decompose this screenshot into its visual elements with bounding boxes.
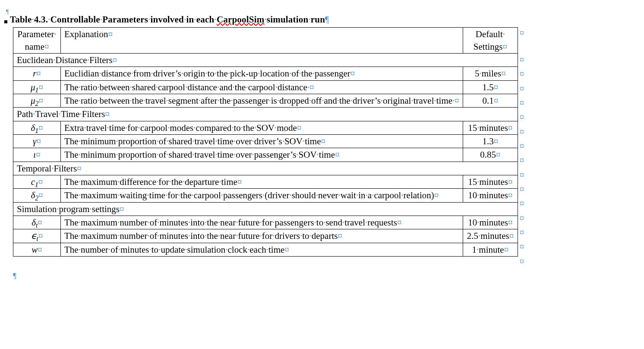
param-explanation: The·maximum·number·of·minutes·into·the·n…	[60, 229, 463, 243]
table-row: γ¤The·minimum·proportion·of·shared·trave…	[13, 135, 518, 148]
row-end-mark: ¤	[518, 227, 524, 241]
table-caption-row: Table·4.3.·Controllable·Parameters·invol…	[4, 14, 631, 25]
row-end-mark: ¤	[518, 213, 524, 227]
param-symbol: r¤	[13, 67, 61, 80]
section-header-row: Simulation·program·settings¤	[13, 202, 518, 216]
param-explanation: The·number·of·minutes·to·update·simulati…	[60, 243, 463, 256]
list-bullet-icon	[4, 20, 7, 23]
table-row: r¤Euclidian·distance·from·driver’s·origi…	[13, 67, 518, 80]
param-symbol: δ1¤	[13, 121, 61, 134]
row-end-mark: ¤	[518, 184, 524, 198]
table-row: ϵt¤The·maximum·number·of·minutes·into·th…	[13, 229, 518, 243]
section-title: Euclidean·Distance·Filters¤	[13, 53, 518, 67]
param-symbol: δt¤	[13, 216, 61, 229]
param-default: 2.5·minutes¤	[463, 229, 518, 243]
row-end-mark: ¤	[518, 54, 524, 68]
row-end-mark: ¤	[518, 198, 524, 212]
parameters-table: Parameter·name¤Explanation¤Default·Setti…	[13, 27, 631, 270]
param-default: 5·miles¤	[463, 67, 518, 80]
section-header-row: Euclidean·Distance·Filters¤	[13, 53, 518, 67]
row-end-mark: ¤	[518, 126, 524, 140]
section-title: Temporal·Filters¤	[13, 162, 518, 175]
param-symbol: μ2¤	[13, 94, 61, 108]
param-default: 0.85¤	[463, 148, 518, 162]
param-symbol: ϵt¤	[13, 229, 61, 243]
table-caption[interactable]: Table·4.3.·Controllable·Parameters·invol…	[10, 14, 329, 25]
header-parameter: Parameter·name¤	[13, 28, 61, 54]
param-default: 1.5¤	[463, 80, 518, 94]
param-explanation: Euclidian·distance·from·driver’s·origin·…	[60, 67, 463, 80]
section-header-row: Temporal·Filters¤	[13, 162, 518, 175]
table-row: δt¤The·maximum·number·of·minutes·into·th…	[13, 216, 518, 229]
row-end-mark: ¤	[518, 111, 524, 126]
param-default: 10·minutes¤	[463, 189, 518, 202]
param-default: 1·minute¤	[463, 243, 518, 256]
row-end-mark: ¤	[518, 140, 524, 155]
param-symbol: w¤	[13, 243, 61, 256]
param-default: 10·minutes¤	[463, 216, 518, 229]
param-default: 0.1¤	[463, 94, 518, 108]
row-end-mark: ¤	[518, 241, 524, 255]
param-explanation: The·minimum·proportion·of·shared·travel·…	[60, 148, 463, 162]
param-default: 15·minutes¤	[463, 175, 518, 189]
param-symbol: δ2¤	[13, 189, 61, 202]
table-row: μ1¤The·ratio·between·shared·carpool·dist…	[13, 80, 518, 94]
param-explanation: The·maximum·waiting·time·for·the·carpool…	[60, 189, 463, 202]
header-default: Default·Settings¤	[463, 28, 518, 54]
section-title: Simulation·program·settings¤	[13, 202, 518, 216]
param-symbol: ι¤	[13, 148, 61, 162]
row-end-mark: ¤	[518, 169, 524, 184]
table-row: c1¤The·maximum·difference·for·the·depart…	[13, 175, 518, 189]
section-header-row: Path·Travel·Time·Filters¤	[13, 108, 518, 121]
header-explanation: Explanation¤	[60, 28, 463, 54]
table-row: δ2¤The·maximum·waiting·time·for·the·carp…	[13, 189, 518, 202]
param-explanation: The·ratio·between·the·travel·segment·aft…	[60, 94, 463, 108]
table-row: w¤The·number·of·minutes·to·update·simula…	[13, 243, 518, 256]
table-row: μ2¤The·ratio·between·the·travel·segment·…	[13, 94, 518, 108]
section-title: Path·Travel·Time·Filters¤	[13, 108, 518, 121]
table-header-row: Parameter·name¤Explanation¤Default·Setti…	[13, 28, 518, 54]
row-end-mark: ¤	[518, 27, 524, 54]
param-explanation: The·minimum·proportion·of·shared·travel·…	[60, 135, 463, 148]
row-end-mark: ¤	[518, 256, 524, 270]
param-explanation: Extra·travel·time·for·carpool·modes·comp…	[60, 121, 463, 134]
row-end-mark: ¤	[518, 155, 524, 169]
param-explanation: The·maximum·difference·for·the·departure…	[60, 175, 463, 189]
param-explanation: The·ratio·between·shared·carpool·distanc…	[60, 80, 463, 94]
param-default: 1.3¤	[463, 135, 518, 148]
param-explanation: The·maximum·number·of·minutes·into·the·n…	[60, 216, 463, 229]
table-row: ι¤The·minimum·proportion·of·shared·trave…	[13, 148, 518, 162]
row-end-mark: ¤	[518, 83, 524, 97]
row-end-mark: ¤	[518, 68, 524, 82]
param-symbol: γ¤	[13, 135, 61, 148]
param-default: 15·minutes¤	[463, 121, 518, 134]
param-symbol: μ1¤	[13, 80, 61, 94]
row-end-mark: ¤	[518, 97, 524, 111]
param-symbol: c1¤	[13, 175, 61, 189]
formatting-pilcrow: ¶	[13, 272, 631, 281]
table-row: δ1¤Extra·travel·time·for·carpool·modes·c…	[13, 121, 518, 134]
row-end-marks-column: ¤¤¤¤¤¤¤¤¤¤¤¤¤¤¤¤	[518, 27, 524, 270]
